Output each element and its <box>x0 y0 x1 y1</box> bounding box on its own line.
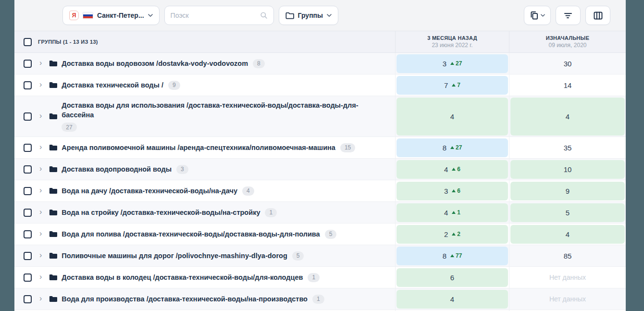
table-row: › Доставка технической воды / 9 7 7 14 <box>14 75 626 96</box>
row-checkbox[interactable] <box>24 144 32 152</box>
cell-initial: 35 <box>509 137 626 158</box>
group-name[interactable]: Доставка воды водовозом /dostavka-vody-v… <box>62 60 248 67</box>
keyword-count-badge: 1 <box>265 208 277 217</box>
project-selector-button[interactable]: Я Санкт-Петер... <box>62 6 160 25</box>
folder-icon <box>49 252 57 259</box>
group-name[interactable]: Вода для полива /доставка-технической-во… <box>62 230 320 238</box>
group-name[interactable]: Вода на стройку /доставка-технической-во… <box>62 209 260 216</box>
row-checkbox[interactable] <box>24 187 32 195</box>
cell-3-months-ago: 2 2 <box>395 224 509 245</box>
row-checkbox[interactable] <box>24 209 32 217</box>
group-name[interactable]: Вода на дачу /доставка-технической-воды/… <box>62 187 237 195</box>
expand-chevron-icon[interactable]: › <box>39 187 42 194</box>
position-value: Нет данных <box>549 274 586 281</box>
position-value: 10 <box>564 165 572 174</box>
copy-button[interactable] <box>524 6 551 25</box>
group-name[interactable]: Доставка воды в колодец /доставка-технич… <box>62 274 303 281</box>
expand-chevron-icon[interactable]: › <box>39 230 42 237</box>
group-name[interactable]: Доставка водопроводной воды <box>62 165 172 173</box>
cell-3-months-ago: 4 6 <box>395 159 509 180</box>
expand-chevron-icon[interactable]: › <box>39 251 42 259</box>
position-value: 7 <box>444 81 448 89</box>
group-name[interactable]: Доставка технической воды / <box>62 81 163 89</box>
filter-button[interactable] <box>556 6 581 25</box>
row-checkbox[interactable] <box>24 81 32 89</box>
keyword-count-badge: 5 <box>292 251 304 261</box>
select-all-checkbox[interactable] <box>24 38 32 46</box>
expand-chevron-icon[interactable]: › <box>39 208 42 216</box>
copy-icon <box>530 11 538 20</box>
row-checkbox[interactable] <box>24 165 32 174</box>
group-name[interactable]: Доставка воды для использования /доставк… <box>62 101 359 120</box>
columns-button[interactable] <box>585 6 610 25</box>
expand-chevron-icon[interactable]: › <box>39 165 42 173</box>
position-delta: 27 <box>450 60 462 67</box>
table-header: ГРУППЫ (1 - 13 ИЗ 13) 3 МЕСЯЦА НАЗАД 23 … <box>14 31 626 53</box>
folder-icon <box>49 231 57 237</box>
position-value: 3 <box>444 187 448 195</box>
folder-icon <box>49 296 57 302</box>
folder-icon <box>49 209 57 216</box>
chevron-down-icon <box>327 14 332 17</box>
row-checkbox[interactable] <box>24 274 32 282</box>
cell-initial: 85 <box>509 245 626 266</box>
groups-table: ГРУППЫ (1 - 13 ИЗ 13) 3 МЕСЯЦА НАЗАД 23 … <box>14 31 626 311</box>
expand-chevron-icon[interactable]: › <box>39 295 42 302</box>
project-selector-label: Санкт-Петер... <box>97 12 144 19</box>
table-row: › Вода на дачу /доставка-технической-вод… <box>14 180 626 202</box>
position-value: 4 <box>566 230 570 238</box>
position-value: 6 <box>450 274 454 282</box>
up-arrow-icon <box>452 84 456 87</box>
table-row: › Поливочные машины для дорог /polivochn… <box>14 245 626 267</box>
left-sidebar-rail <box>0 0 14 311</box>
expand-chevron-icon[interactable]: › <box>39 112 42 120</box>
keyword-count-badge: 5 <box>325 230 337 239</box>
position-value: 5 <box>566 209 570 217</box>
right-sidebar-rail <box>626 0 644 311</box>
position-value: 8 <box>443 144 446 152</box>
cell-3-months-ago: 4 <box>395 288 509 310</box>
cell-initial: 5 <box>509 202 626 223</box>
position-value: 9 <box>566 187 570 195</box>
cell-initial: 4 <box>509 96 626 137</box>
column-header-3-months-ago[interactable]: 3 МЕСЯЦА НАЗАД 23 июня 2022 г. <box>395 31 509 52</box>
toolbar-right-buttons <box>524 6 610 25</box>
cell-initial: 4 <box>509 224 626 245</box>
folder-outline-icon <box>285 12 294 19</box>
group-name[interactable]: Аренда поливомоечной машины /аренда-спец… <box>62 144 335 151</box>
position-value: 4 <box>450 112 454 121</box>
search-input[interactable] <box>171 12 260 19</box>
cell-3-months-ago: 3 27 <box>395 53 509 74</box>
cell-initial: Нет данных <box>509 267 626 288</box>
cell-3-months-ago: 8 77 <box>395 245 509 266</box>
position-value: 4 <box>450 295 454 303</box>
search-icon <box>260 12 268 19</box>
row-checkbox[interactable] <box>24 230 32 238</box>
keyword-count-badge: 3 <box>176 165 188 174</box>
row-checkbox[interactable] <box>24 112 32 121</box>
expand-chevron-icon[interactable]: › <box>39 59 42 67</box>
russia-flag-icon <box>83 12 93 19</box>
chevron-down-icon <box>541 14 545 17</box>
expand-chevron-icon[interactable]: › <box>39 273 42 281</box>
row-checkbox[interactable] <box>24 252 32 260</box>
position-value: 4 <box>444 209 448 217</box>
row-checkbox[interactable] <box>24 295 32 303</box>
cell-initial: 14 <box>509 75 626 96</box>
keyword-count-badge: 9 <box>168 81 180 90</box>
group-name[interactable]: Вода для производства /доставка-техничес… <box>62 295 308 303</box>
expand-chevron-icon[interactable]: › <box>39 81 42 88</box>
cell-initial: 10 <box>509 159 626 180</box>
keyword-count-badge: 8 <box>253 59 265 68</box>
row-checkbox[interactable] <box>24 60 32 68</box>
column-header-initial[interactable]: ИЗНАЧАЛЬНЫЕ 09 июля, 2020 <box>509 31 626 52</box>
folder-icon <box>49 187 57 194</box>
up-arrow-icon <box>450 146 454 149</box>
position-delta: 6 <box>452 166 460 173</box>
table-row: › Аренда поливомоечной машины /аренда-сп… <box>14 137 626 159</box>
group-name[interactable]: Поливочные машины для дорог /polivochnye… <box>62 252 287 260</box>
groups-dropdown-button[interactable]: Группы <box>279 6 338 25</box>
table-body: › Доставка воды водовозом /dostavka-vody… <box>14 53 626 311</box>
position-delta: 1 <box>452 209 460 216</box>
expand-chevron-icon[interactable]: › <box>39 143 42 151</box>
